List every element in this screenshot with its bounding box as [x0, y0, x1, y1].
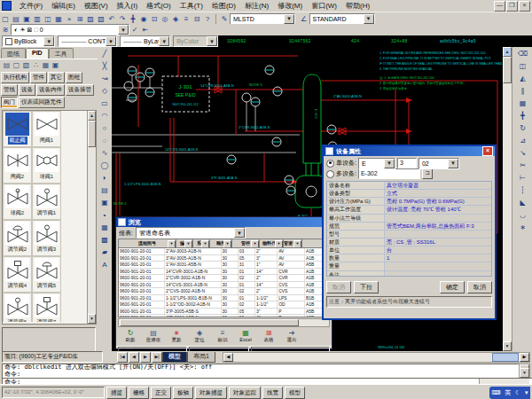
symbol-cell[interactable]: 调节阀1 — [32, 184, 61, 220]
property-row[interactable]: 最高工作温度 设计温度: 壳程 70℃ 管程 140℃ — [327, 206, 491, 214]
explode-icon[interactable]: ∗ — [518, 222, 528, 232]
save-icon[interactable]: ▣ — [22, 14, 32, 24]
symbol-cell[interactable]: 闸阀1 — [32, 111, 61, 147]
symbol-cell[interactable]: 球阀1 — [32, 147, 61, 184]
redo-icon[interactable]: ↷ — [118, 14, 128, 24]
category-button[interactable]: 设备接管 — [66, 84, 94, 96]
erase-icon[interactable]: ⌫ — [518, 48, 528, 59]
symbol-cell[interactable]: 调节阀5 — [32, 256, 61, 293]
menu-item[interactable]: 插入(I) — [113, 1, 143, 11]
first-tab-icon[interactable]: |◀ — [117, 352, 128, 363]
move-icon[interactable]: ╋ — [518, 110, 528, 121]
menu-item[interactable]: 格式(O) — [142, 1, 176, 11]
symbol-cell[interactable]: 球阀2 — [3, 184, 32, 220]
publish-icon[interactable]: ▦ — [54, 14, 64, 24]
chevron-down-icon[interactable]: ▼ — [43, 36, 54, 46]
scroll-down-icon[interactable]: ▼ — [503, 341, 512, 351]
trim-icon[interactable]: ✂ — [518, 160, 528, 170]
dialog-title-bar[interactable]: 浏览 — [116, 217, 332, 227]
chevron-down-icon[interactable]: ▼ — [234, 228, 245, 238]
spline-icon[interactable]: ∿ — [99, 147, 110, 158]
scroll-right-icon[interactable]: ▶ — [520, 353, 529, 362]
table-row[interactable]: 9600-901-20-0114"CVS-3001-A1B-N 3001 14"… — [119, 282, 329, 289]
menu-item[interactable]: 工具(T) — [176, 1, 207, 11]
scroll-thumb[interactable] — [492, 353, 519, 362]
browse-button[interactable]: ⊐ — [422, 168, 433, 179]
table-row[interactable]: 9600-901-20-011-1/2"OD-3002-A1B-N 3002 1… — [119, 301, 329, 309]
device-prefix-combo[interactable]: E▼ — [358, 158, 395, 169]
find-icon[interactable]: ◈ — [171, 14, 181, 24]
fillet-icon[interactable]: ◡ — [518, 209, 528, 220]
property-row[interactable]: 设备类型 立式 — [327, 190, 491, 198]
last-tab-icon[interactable]: ▶| — [152, 352, 162, 363]
copy-icon[interactable]: ⊞ — [75, 14, 85, 24]
arc-icon[interactable]: ◠ — [99, 110, 110, 121]
status-toggle-button[interactable]: 模型 — [285, 387, 305, 399]
status-toggle-button[interactable]: 正交 — [151, 387, 171, 399]
ellipse-arc-icon[interactable]: ◗ — [99, 172, 110, 183]
status-toggle-button[interactable]: 栅格 — [129, 387, 149, 399]
property-row[interactable]: 型号 — [327, 231, 491, 239]
cut-icon[interactable]: × — [65, 14, 74, 24]
scroll-thumb[interactable] — [503, 57, 512, 83]
open-icon[interactable]: ▤ — [12, 14, 21, 24]
menu-item[interactable]: 修改(M) — [273, 1, 307, 11]
property-row[interactable]: 最小法兰等级 — [327, 215, 491, 223]
browse-tool-button[interactable]: ↻ 刷新 — [120, 329, 141, 345]
ime-menu-icon[interactable]: ▾ — [525, 387, 528, 398]
tab-model[interactable]: 模型 — [162, 352, 187, 363]
browse-tool-button[interactable]: ≡ 标识 — [212, 329, 233, 345]
menu-item[interactable]: 绘图(D) — [207, 1, 240, 11]
designcenter-icon[interactable]: ⊟ — [192, 14, 202, 24]
column-header[interactable]: 管道等级▼ — [284, 239, 302, 247]
copy-object-icon[interactable]: ◫ — [518, 60, 528, 71]
layer-manager-icon[interactable]: ≋ — [1, 25, 11, 35]
ime-language-bar[interactable]: ⌨ 英 ☾ ▾ — [489, 387, 530, 399]
category-button[interactable]: 管件 — [30, 72, 47, 83]
canvas-hscrollbar[interactable]: ◀ ▶ — [223, 352, 530, 363]
symbol-cell[interactable]: 调节阀7 — [32, 293, 61, 322]
filter-chevron-icon[interactable]: ▼ — [201, 240, 209, 247]
menu-item[interactable]: 帮助(H) — [341, 1, 374, 11]
help-icon[interactable]: ? — [203, 14, 213, 24]
column-header[interactable]: 顺序▼ — [210, 239, 232, 247]
paste-icon[interactable]: ▨ — [86, 14, 96, 24]
layer-previous-icon[interactable]: ⇤ — [141, 25, 151, 35]
property-row[interactable]: 设计压力(MPa G) 壳程 0.7MPa(G) 管程 0.6MPa(G) — [327, 198, 491, 206]
multi-device-radio[interactable] — [326, 170, 334, 178]
offset-icon[interactable]: ∥ — [518, 85, 528, 96]
table-row[interactable]: 9600-901-20-0114"CVR-3001-A1B-N 3001 14"… — [119, 269, 329, 276]
symbol-cell[interactable]: 调节阀2 — [3, 220, 32, 256]
property-row[interactable]: 数量 1 — [327, 254, 491, 262]
command-history[interactable]: 命令: dblclkedit 进入双击编辑模式 [开(ON)/关(OFF)] <… — [2, 364, 525, 379]
chevron-down-icon[interactable]: ▼ — [384, 159, 395, 168]
next-tab-icon[interactable]: ▶ — [140, 352, 151, 363]
category-button[interactable]: 执行机构 — [1, 72, 29, 83]
library-icon[interactable]: ▦ — [41, 60, 51, 70]
region-icon[interactable]: ▰ — [99, 246, 110, 257]
close-button[interactable]: × — [519, 1, 530, 12]
column-header[interactable]: 管径▼ — [232, 239, 260, 247]
tab-layout1[interactable]: 布局1 — [187, 352, 215, 363]
polygon-icon[interactable]: ◇ — [99, 85, 110, 96]
make-block-icon[interactable]: ▣ — [99, 197, 110, 207]
canvas-scrollbar[interactable]: ▲ ▼ — [503, 47, 512, 351]
category-button[interactable]: 阀门 — [1, 97, 18, 108]
symbol-cell[interactable]: 调节阀4 — [3, 256, 32, 293]
minimize-button[interactable]: — — [494, 1, 505, 12]
filter-chevron-icon[interactable]: ▼ — [293, 240, 301, 247]
zoom-realtime-icon[interactable]: ◉ — [139, 14, 149, 24]
property-row[interactable]: 单位 台 — [327, 246, 491, 254]
plot-preview-icon[interactable]: ◫ — [43, 14, 53, 24]
pipe-table[interactable]: 流程图号▼编号▼系统▼顺序▼管径▼物料代号▼管道等级▼ 9600-901-20-… — [118, 239, 330, 317]
chamfer-icon[interactable]: ◣ — [518, 197, 528, 207]
insert-block-icon[interactable]: ▤ — [99, 184, 110, 195]
filter-chevron-icon[interactable]: ▼ — [251, 240, 259, 247]
mirror-icon[interactable]: ◭ — [518, 73, 528, 83]
dialog-title-bar[interactable]: 设备属性 × — [324, 146, 495, 156]
property-row[interactable]: 材质 壳 : CS ,管 : SS316L — [327, 239, 491, 246]
pulldown-button[interactable]: 下拉 — [354, 281, 379, 293]
category-button[interactable]: 设备内件 — [36, 84, 65, 96]
lock-icon[interactable]: ⊠ — [27, 27, 33, 34]
properties-icon[interactable]: ≡ — [182, 14, 192, 24]
